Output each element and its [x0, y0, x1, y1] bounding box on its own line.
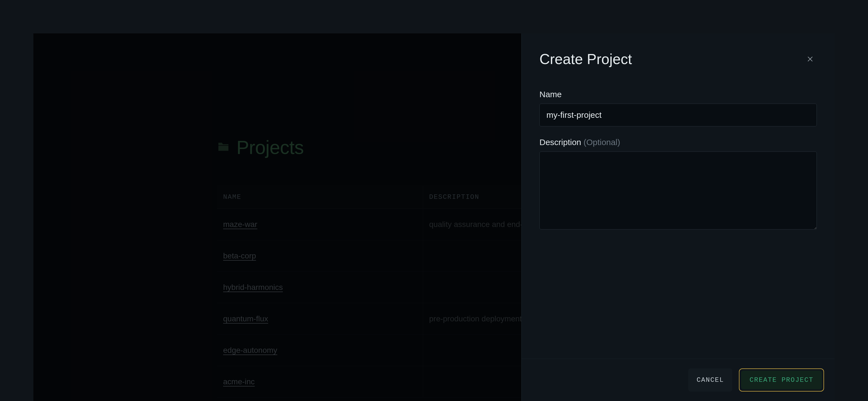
drawer-body: Name Description (Optional)	[522, 79, 835, 359]
description-optional-hint: (Optional)	[583, 138, 620, 147]
close-button[interactable]	[803, 52, 817, 66]
name-label: Name	[539, 90, 817, 99]
project-description-input[interactable]	[539, 151, 817, 229]
page-header: Projects	[217, 137, 304, 158]
drawer-header: Create Project	[522, 33, 835, 79]
project-link[interactable]: maze-war	[223, 220, 257, 229]
project-link[interactable]: quantum-flux	[223, 314, 268, 323]
field-group-description: Description (Optional)	[539, 138, 817, 231]
project-link[interactable]: hybrid-harmonics	[223, 283, 283, 292]
create-button-focus-ring: CREATE PROJECT	[739, 368, 824, 392]
viewport: Projects NAME DESCRIPTION maze-war quali…	[0, 0, 868, 401]
column-header-name[interactable]: NAME	[217, 185, 423, 209]
folder-icon	[217, 142, 230, 153]
project-link[interactable]: edge-autonomy	[223, 346, 277, 354]
description-label: Description (Optional)	[539, 138, 817, 147]
page-title: Projects	[237, 137, 304, 158]
field-group-name: Name	[539, 90, 817, 126]
project-link[interactable]: acme-inc	[223, 377, 255, 386]
create-project-drawer: Create Project Name Description (Optiona…	[521, 33, 835, 401]
cancel-button[interactable]: CANCEL	[688, 368, 732, 392]
drawer-title: Create Project	[539, 51, 632, 67]
description-label-text: Description	[539, 138, 581, 147]
create-project-button[interactable]: CREATE PROJECT	[741, 371, 822, 389]
close-icon	[807, 54, 813, 65]
drawer-footer: CANCEL CREATE PROJECT	[522, 359, 835, 401]
project-link[interactable]: beta-corp	[223, 252, 256, 260]
project-name-input[interactable]	[539, 104, 817, 126]
